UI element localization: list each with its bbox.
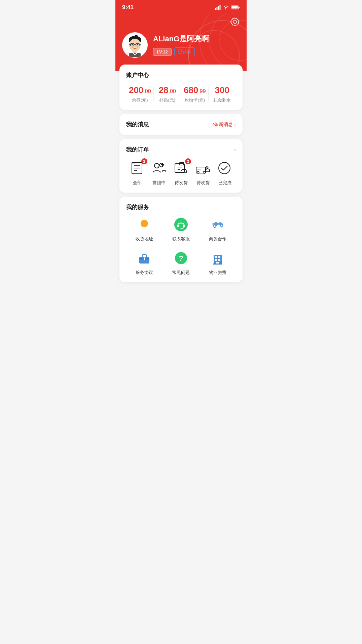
- svg-rect-5: [232, 6, 238, 9]
- svg-rect-56: [218, 256, 220, 258]
- svg-point-11: [233, 20, 237, 24]
- svg-rect-1: [217, 7, 218, 10]
- messages-count: 2条新消息: [212, 122, 233, 128]
- svg-rect-55: [215, 256, 217, 258]
- svg-point-8: [210, 13, 247, 71]
- account-center-title: 账户中心: [126, 71, 236, 79]
- account-item-balance[interactable]: 200.00 余额(元): [126, 86, 154, 103]
- header-settings-row: [122, 17, 240, 27]
- account-center-card: 账户中心 200.00 余额(元) 28.00 补贴(元) 680.99 购物卡…: [119, 65, 243, 110]
- avatar[interactable]: [122, 32, 148, 58]
- svg-point-48: [180, 228, 181, 229]
- account-label-balance: 余额(元): [126, 97, 154, 103]
- account-value-gift: 300: [209, 86, 236, 94]
- completed-icon: [217, 160, 232, 176]
- svg-rect-2: [218, 6, 219, 10]
- status-time: 9:41: [122, 4, 134, 11]
- svg-rect-60: [213, 264, 222, 265]
- svg-rect-38: [196, 167, 206, 173]
- settings-icon[interactable]: [230, 17, 240, 27]
- account-item-gift[interactable]: 300 礼金剩余: [209, 86, 236, 103]
- signal-icon: [215, 5, 221, 10]
- services-grid: 收货地址 联系客服: [126, 216, 236, 276]
- svg-point-30: [154, 163, 159, 168]
- svg-point-24: [137, 44, 138, 45]
- svg-rect-0: [215, 8, 216, 10]
- profile-badges: LV.12 已认证: [153, 47, 209, 56]
- profile-name: ALianG是阿亮啊: [153, 34, 209, 44]
- account-label-giftcard: 购物卡(元): [181, 97, 209, 103]
- service-label-agreement: 服务协议: [136, 270, 153, 276]
- pending-receive-label: 待收货: [196, 180, 210, 186]
- pending-ship-badge: 2: [185, 158, 191, 164]
- account-value-giftcard: 680.99: [181, 86, 209, 94]
- service-item-support[interactable]: 联系客服: [163, 216, 200, 242]
- level-badge: LV.12: [153, 48, 172, 56]
- svg-marker-10: [230, 18, 239, 26]
- orders-title: 我的订单: [126, 146, 149, 154]
- account-label-gift: 礼金剩余: [209, 97, 236, 103]
- service-item-address[interactable]: 收货地址: [126, 216, 163, 242]
- profile-info: ALianG是阿亮啊 LV.12 已认证: [153, 34, 209, 56]
- service-item-property[interactable]: 物业缴费: [199, 250, 236, 276]
- account-value-subsidy: 28.00: [154, 86, 181, 94]
- messages-title: 我的消息: [126, 121, 149, 128]
- service-item-agreement[interactable]: 服务协议: [126, 250, 163, 276]
- group-orders-icon: [151, 160, 167, 176]
- order-item-all[interactable]: 2 全部: [126, 160, 148, 186]
- account-label-subsidy: 补贴(元): [154, 97, 181, 103]
- order-icon-wrapper-receiving: [195, 160, 211, 176]
- account-item-subsidy[interactable]: 28.00 补贴(元): [154, 86, 181, 103]
- svg-rect-51: [144, 257, 145, 260]
- pending-receive-icon: [195, 160, 210, 176]
- order-item-group[interactable]: 拼团中: [148, 160, 170, 186]
- order-icon-wrapper-completed: [217, 160, 233, 176]
- question-icon: ?: [173, 250, 189, 266]
- handshake-icon: [210, 216, 226, 233]
- order-icon-wrapper-all: 2: [129, 160, 145, 176]
- svg-point-23: [132, 44, 133, 45]
- svg-rect-6: [239, 7, 240, 8]
- account-grid: 200.00 余额(元) 28.00 补贴(元) 680.99 购物卡(元) 3…: [126, 84, 236, 103]
- order-item-receiving[interactable]: 待收货: [192, 160, 214, 186]
- messages-link[interactable]: 2条新消息 ›: [212, 122, 236, 128]
- orders-card: 我的订单 › 2 全部: [119, 139, 243, 193]
- svg-point-45: [174, 218, 188, 231]
- order-item-pending[interactable]: 2 待发货: [170, 160, 192, 186]
- battery-icon: [231, 5, 240, 10]
- svg-rect-46: [177, 225, 179, 227]
- order-item-completed[interactable]: 已完成: [214, 160, 236, 186]
- services-card: 我的服务 收货地址: [119, 197, 243, 282]
- headset-icon: [173, 216, 189, 233]
- wifi-icon: [223, 5, 229, 10]
- svg-point-42: [219, 162, 230, 174]
- account-item-giftcard[interactable]: 680.99 购物卡(元): [181, 86, 209, 103]
- header: ALianG是阿亮啊 LV.12 已认证: [115, 13, 247, 71]
- account-value-balance: 200.00: [126, 86, 154, 94]
- messages-inner: 我的消息 2条新消息 ›: [119, 114, 243, 135]
- orders-grid: 2 全部 拼团中: [126, 160, 236, 186]
- all-orders-badge: 2: [141, 158, 147, 164]
- order-icon-wrapper-group: [151, 160, 167, 176]
- orders-all-link[interactable]: ›: [234, 147, 236, 153]
- service-label-property: 物业缴费: [209, 270, 226, 276]
- services-title: 我的服务: [126, 203, 236, 211]
- svg-rect-29: [132, 162, 135, 164]
- orders-header: 我的订单 ›: [126, 146, 236, 154]
- status-icons: [215, 5, 240, 10]
- pending-ship-label: 待发货: [175, 180, 188, 186]
- group-orders-label: 拼团中: [152, 180, 166, 186]
- svg-rect-57: [215, 259, 217, 261]
- briefcase-icon: [136, 250, 152, 266]
- svg-point-9: [220, 20, 247, 61]
- chevron-right-icon: ›: [234, 122, 236, 127]
- all-orders-label: 全部: [133, 180, 142, 186]
- service-item-business[interactable]: 商务合作: [199, 216, 236, 242]
- building-icon: [210, 250, 226, 266]
- svg-rect-16: [133, 50, 137, 53]
- svg-rect-58: [218, 259, 220, 261]
- profile-row: ALianG是阿亮啊 LV.12 已认证: [122, 32, 240, 58]
- svg-rect-3: [220, 5, 221, 10]
- service-label-address: 收货地址: [136, 236, 153, 242]
- service-item-faq[interactable]: ? 常见问题: [163, 250, 200, 276]
